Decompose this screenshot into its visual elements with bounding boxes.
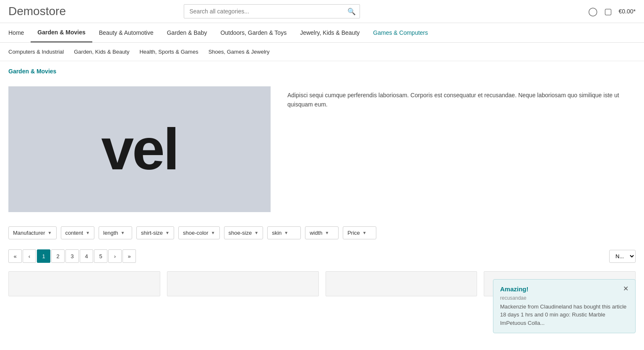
filter-width-label: width xyxy=(310,230,322,236)
user-icon[interactable]: ◯ xyxy=(588,6,597,16)
filter-skin[interactable]: skin ▼ xyxy=(267,226,301,239)
filter-price-label: Price xyxy=(347,230,360,236)
pagination-right: N... xyxy=(609,250,636,263)
pagination-page-3[interactable]: 3 xyxy=(65,249,79,263)
nav-item-outdoors[interactable]: Outdoors, Garden & Toys xyxy=(214,23,293,42)
filter-shoe-size-label: shoe-size xyxy=(229,230,252,236)
notification-close-button[interactable]: ✕ xyxy=(623,285,628,292)
notification-label: recusandae xyxy=(500,295,628,301)
filter-price[interactable]: Price ▼ xyxy=(343,226,376,239)
filter-content[interactable]: content ▼ xyxy=(61,226,95,239)
product-card[interactable] xyxy=(8,271,160,296)
filter-manufacturer[interactable]: Manufacturer ▼ xyxy=(8,226,57,239)
chevron-down-icon: ▼ xyxy=(211,231,215,235)
filter-length[interactable]: length ▼ xyxy=(99,226,132,239)
header: Demostore 🔍 ◯ ▢ €0.00* xyxy=(0,0,644,23)
pagination: « ‹ 1 2 3 4 5 › » xyxy=(8,249,136,263)
filter-skin-label: skin xyxy=(272,230,282,236)
notification-popup: Amazing! ✕ recusandae Mackenzie from Cla… xyxy=(493,279,636,305)
search-input[interactable] xyxy=(184,4,360,18)
nav-item-games-computers[interactable]: Games & Computers xyxy=(366,23,435,42)
search-icon[interactable]: 🔍 xyxy=(347,8,356,16)
cart-amount[interactable]: €0.00* xyxy=(619,8,636,15)
pagination-page-1[interactable]: 1 xyxy=(37,249,50,263)
chevron-down-icon: ▼ xyxy=(86,231,90,235)
pagination-next[interactable]: › xyxy=(108,249,122,263)
filter-length-label: length xyxy=(103,230,118,236)
product-card[interactable] xyxy=(167,271,319,296)
secondary-nav: Computers & Industrial Garden, Kids & Be… xyxy=(0,43,644,61)
pagination-first[interactable]: « xyxy=(8,249,22,263)
search-bar: 🔍 xyxy=(184,4,360,18)
main-content: vel Adipisci sequi cumque perferendis la… xyxy=(0,78,644,220)
secondary-nav-shoes[interactable]: Shoes, Games & Jewelry xyxy=(209,46,276,57)
notification-header: Amazing! ✕ xyxy=(500,285,628,293)
chevron-down-icon: ▼ xyxy=(325,231,329,235)
chevron-down-icon: ▼ xyxy=(48,231,52,235)
filter-shirt-size[interactable]: shirt-size ▼ xyxy=(136,226,174,239)
pagination-prev[interactable]: ‹ xyxy=(23,249,36,263)
nav-item-jewelry[interactable]: Jewelry, Kids & Beauty xyxy=(293,23,366,42)
chevron-down-icon: ▼ xyxy=(165,231,169,235)
nav-item-beauty-automotive[interactable]: Beauty & Automotive xyxy=(92,23,160,42)
secondary-nav-garden-kids[interactable]: Garden, Kids & Beauty xyxy=(74,46,136,57)
pagination-page-5[interactable]: 5 xyxy=(94,249,107,263)
chevron-down-icon: ▼ xyxy=(284,231,288,235)
header-actions: ◯ ▢ €0.00* xyxy=(588,6,636,16)
notification-body: Mackenzie from Claudineland has bought t… xyxy=(500,303,628,305)
nav-item-home[interactable]: Home xyxy=(8,23,31,42)
filter-bar: Manufacturer ▼ content ▼ length ▼ shirt-… xyxy=(0,220,644,245)
site-logo[interactable]: Demostore xyxy=(8,5,66,18)
nav-item-garden-movies[interactable]: Garden & Movies xyxy=(31,23,92,42)
pagination-last[interactable]: » xyxy=(123,249,136,263)
primary-nav: Home Garden & Movies Beauty & Automotive… xyxy=(0,23,644,43)
secondary-nav-computers[interactable]: Computers & Industrial xyxy=(8,46,70,57)
chevron-down-icon: ▼ xyxy=(254,231,258,235)
filter-shoe-color-label: shoe-color xyxy=(183,230,209,236)
filter-shoe-size[interactable]: shoe-size ▼ xyxy=(224,226,263,239)
product-image: vel xyxy=(8,86,271,212)
pagination-page-4[interactable]: 4 xyxy=(80,249,93,263)
sort-dropdown[interactable]: N... xyxy=(609,250,636,263)
breadcrumb: Garden & Movies xyxy=(0,61,644,78)
cart-icon[interactable]: ▢ xyxy=(604,6,612,16)
filter-manufacturer-label: Manufacturer xyxy=(13,230,45,236)
filter-width[interactable]: width ▼ xyxy=(305,226,339,239)
logo-light: store xyxy=(40,5,66,18)
filter-shirt-size-label: shirt-size xyxy=(141,230,163,236)
filter-content-label: content xyxy=(65,230,83,236)
breadcrumb-link[interactable]: Garden & Movies xyxy=(8,68,56,75)
chevron-down-icon: ▼ xyxy=(362,231,367,235)
product-image-text: vel xyxy=(101,115,178,183)
product-description: Adipisci sequi cumque perferendis labori… xyxy=(287,86,636,109)
pagination-page-2[interactable]: 2 xyxy=(51,249,65,263)
logo-bold: Demo xyxy=(8,5,40,18)
filter-shoe-color[interactable]: shoe-color ▼ xyxy=(178,226,220,239)
secondary-nav-health[interactable]: Health, Sports & Games xyxy=(139,46,205,57)
product-card[interactable] xyxy=(326,271,477,296)
notification-title: Amazing! xyxy=(500,285,529,293)
chevron-down-icon: ▼ xyxy=(120,231,125,235)
pagination-bar: « ‹ 1 2 3 4 5 › » N... xyxy=(0,245,644,267)
nav-item-garden-baby[interactable]: Garden & Baby xyxy=(160,23,214,42)
